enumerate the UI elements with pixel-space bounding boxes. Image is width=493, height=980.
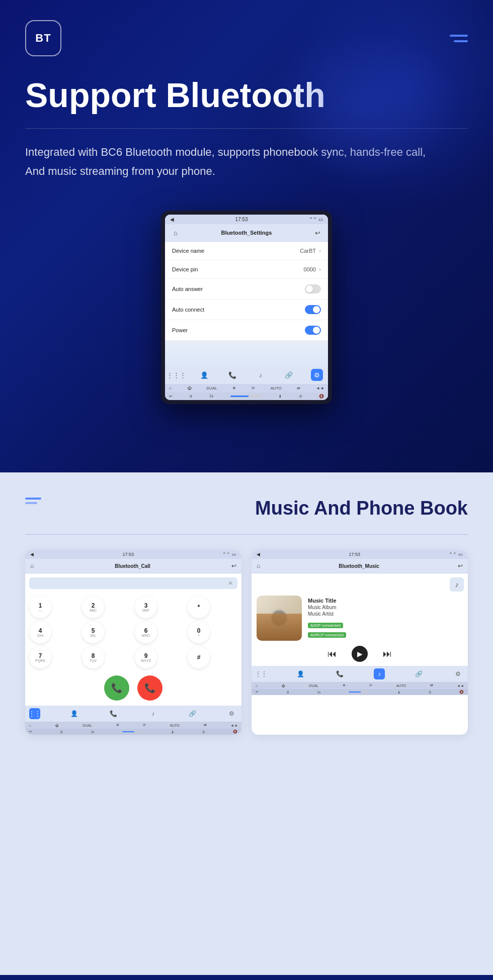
power-toggle[interactable]	[305, 326, 321, 335]
menu-grid-icon[interactable]: ⋮⋮⋮	[170, 369, 182, 381]
call-actions: 📞 📞	[25, 671, 241, 706]
progress-ctrl	[230, 396, 261, 397]
auto-connect-label: Auto connect	[172, 307, 204, 313]
a2dp-badge: A2DP connected	[308, 623, 343, 628]
music-top-bar: ♪	[252, 573, 468, 596]
music-badges: A2DP connected AVRCP connected	[308, 620, 463, 639]
back-ctrl: ↩	[169, 394, 173, 399]
settings-item-auto-answer[interactable]: Auto answer	[165, 279, 328, 300]
dial-6[interactable]: 6MNO	[135, 621, 157, 643]
auto-answer-toggle[interactable]	[305, 284, 321, 293]
call-search-x[interactable]: ✕	[228, 580, 232, 586]
music-grid-icon[interactable]: ⋮⋮	[256, 668, 267, 679]
dial-5[interactable]: 5JKL	[82, 621, 104, 643]
settings-item-power[interactable]: Power	[165, 320, 328, 341]
dial-9[interactable]: 9WXYZ	[135, 646, 157, 668]
dial-3[interactable]: 3DEF	[135, 596, 157, 618]
dial-7[interactable]: 7PQRS	[29, 646, 51, 668]
mute-ctrl: 🔇	[319, 394, 324, 399]
call-phone-icon[interactable]: 📞	[108, 708, 119, 719]
call-settings-icon[interactable]: ⚙	[226, 708, 237, 719]
play-pause-button[interactable]: ▶	[352, 646, 368, 662]
music-content: Music Title Music Album Music Artist A2D…	[252, 596, 468, 641]
music-contacts-icon[interactable]: 👤	[295, 668, 306, 679]
dial-star[interactable]: *	[188, 596, 210, 618]
dual-ctrl: DUAL	[206, 386, 217, 390]
zero-ctrl: 0	[299, 394, 301, 399]
settings-spacer	[165, 341, 328, 366]
screen-nav-title: Bluetooth_Settings	[221, 230, 272, 236]
music-card: ◀ 17:53 ⌃⌃ ▭ ⌂ Bluetooth_Music ↩ ♪ Music…	[252, 550, 468, 735]
section-divider	[25, 534, 468, 535]
music-home-icon[interactable]: ⌂	[257, 562, 260, 569]
vol-ctrl: ◄◄	[316, 386, 324, 390]
music-time: 17:53	[349, 552, 360, 557]
call-grid-icon[interactable]: ⋮⋮	[29, 708, 40, 719]
music-link-icon[interactable]: 🔗	[414, 668, 425, 679]
call-link-icon[interactable]: 🔗	[187, 708, 198, 719]
answer-call-button[interactable]: 📞	[104, 675, 129, 701]
settings-item-device-name[interactable]: Device name CarBT ›	[165, 242, 328, 260]
end-call-button[interactable]: 📞	[137, 675, 162, 701]
temp-ctrl: 0	[190, 394, 192, 399]
dial-8[interactable]: 8TUV	[82, 646, 104, 668]
music-bottom-nav: ⋮⋮ 👤 📞 ♪ 🔗 ⚙	[252, 666, 468, 682]
header-bar: BT	[25, 20, 468, 56]
screen-outer: ◀ 17:53 ⌃⌃ ▭ ⌂ Bluetooth_Settings ↩ Devi…	[161, 211, 332, 404]
settings-item-device-pin[interactable]: Device pin 0000 ›	[165, 260, 328, 279]
call-contacts-icon[interactable]: 👤	[68, 708, 79, 719]
music-phone-icon[interactable]: 📞	[335, 668, 346, 679]
call-status-icons: ⌃⌃ ▭	[222, 552, 236, 557]
dial-2[interactable]: 2ABC	[82, 596, 104, 618]
home-ctrl: ⌂	[169, 386, 172, 390]
call-card: ◀ 17:53 ⌃⌃ ▭ ⌂ Bluetooth_Call ↩ ✕ 1— 2AB…	[25, 550, 241, 735]
screen-nav: ⌂ Bluetooth_Settings ↩	[165, 224, 328, 242]
phone-icon[interactable]: 📞	[226, 369, 238, 381]
home-icon[interactable]: ⌂	[171, 228, 180, 237]
section-menu-icon	[25, 498, 41, 504]
section-header: Music And Phone Book	[25, 498, 468, 519]
music-artist: Music Artist	[308, 611, 463, 617]
menu-button[interactable]	[450, 35, 468, 42]
dial-4[interactable]: 4GHI	[29, 621, 51, 643]
car-controls-bar: ⌂ ⏻ DUAL ❄ ⟳ AUTO ⇌ ◄◄	[165, 384, 328, 393]
call-music-icon[interactable]: ♪	[147, 708, 158, 719]
snowflake-ctrl: ❄	[232, 386, 236, 390]
music-note-nav-icon[interactable]: ♪	[374, 668, 385, 679]
auto-connect-toggle[interactable]	[305, 305, 321, 314]
fan2-ctrl: 🌬	[209, 394, 213, 399]
settings-item-auto-connect[interactable]: Auto connect	[165, 300, 328, 320]
call-bottom-nav: ⋮⋮ 👤 📞 ♪ 🔗 ⚙	[25, 706, 241, 722]
call-search-bar[interactable]: ✕	[29, 577, 237, 589]
music-title: Music Title	[308, 598, 463, 604]
next-track-button[interactable]: ⏭	[383, 649, 392, 659]
music-settings-icon[interactable]: ⚙	[453, 668, 464, 679]
call-nav-title: Bluetooth_Call	[115, 563, 150, 569]
hero-divider	[25, 128, 468, 129]
power-label: Power	[172, 327, 188, 333]
settings-icon[interactable]: ⚙	[311, 369, 323, 381]
link-icon[interactable]: 🔗	[283, 369, 295, 381]
call-car-ctrl: ⌂⏻DUAL❄⟳AUTO⇌◄◄	[25, 722, 241, 729]
music-car-ctrl: ⌂⏻DUAL❄⟳AUTO⇌◄◄	[252, 682, 468, 689]
hero-title: Support Bluetooth	[25, 76, 468, 114]
music-icon[interactable]: ♪	[255, 369, 267, 381]
bt-logo: BT	[25, 20, 61, 56]
status-icons: ⌃⌃ ▭	[309, 217, 323, 222]
call-back-icon[interactable]: ↩	[231, 562, 236, 569]
call-home-icon[interactable]: ⌂	[30, 562, 34, 569]
call-time: 17:53	[122, 552, 134, 557]
music-note-icon[interactable]: ♪	[450, 577, 464, 592]
back-icon[interactable]: ↩	[313, 228, 322, 237]
section-title: Music And Phone Book	[255, 498, 468, 519]
music-back-arrow: ◀	[257, 552, 260, 557]
back-arrow-icon: ◀	[170, 217, 174, 222]
music-nav: ⌂ Bluetooth_Music ↩	[252, 559, 468, 573]
dial-0[interactable]: 0+	[188, 621, 210, 643]
contacts-icon[interactable]: 👤	[198, 369, 210, 381]
music-controls: ⏮ ▶ ⏭	[252, 641, 468, 666]
dial-hash[interactable]: #	[188, 646, 210, 668]
prev-track-button[interactable]: ⏮	[327, 649, 337, 659]
dial-1[interactable]: 1—	[29, 596, 51, 618]
music-back-icon[interactable]: ↩	[458, 562, 463, 569]
